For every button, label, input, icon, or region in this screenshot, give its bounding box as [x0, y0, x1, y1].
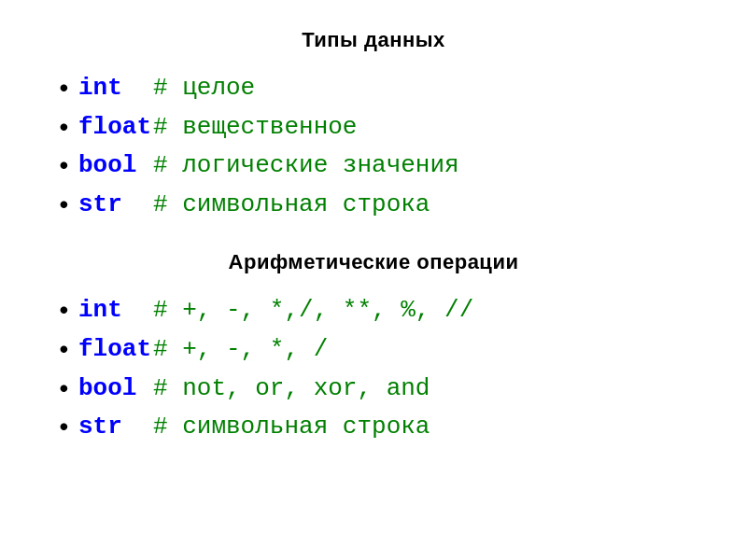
keyword-str: str — [78, 186, 153, 225]
section2-list: int # +, -, *,/, **, %, // float # +, -,… — [56, 291, 691, 446]
comment-str2: # символьная строка — [153, 408, 430, 447]
section2-title: Арифметические операции — [229, 250, 519, 274]
keyword-int2: int — [78, 291, 153, 330]
comment-float: # вещественное — [153, 108, 357, 147]
list-item: int # +, -, *,/, **, %, // — [56, 291, 691, 330]
comment-bool2: # not, or, xor, and — [153, 370, 430, 409]
list-item: str # символьная строка — [56, 408, 691, 447]
list-item: float # +, -, *, / — [56, 330, 691, 370]
list-item: bool # логические значения — [56, 147, 691, 186]
keyword-float: float — [78, 108, 153, 147]
comment-bool: # логические значения — [153, 147, 459, 186]
comment-str: # символьная строка — [153, 186, 430, 225]
keyword-float2: float — [78, 330, 153, 370]
section1-list: int # целое float # вещественное bool # … — [56, 69, 691, 224]
keyword-bool: bool — [78, 147, 153, 186]
comment-int2: # +, -, *,/, **, %, // — [153, 291, 473, 330]
comment-float2: # +, -, *, / — [153, 330, 328, 370]
section1-title: Типы данных — [302, 28, 445, 52]
list-item: bool # not, or, xor, and — [56, 370, 691, 409]
keyword-str2: str — [78, 408, 153, 447]
list-item: float # вещественное — [56, 108, 691, 147]
keyword-bool2: bool — [78, 370, 153, 409]
keyword-int: int — [78, 69, 153, 108]
list-item: int # целое — [56, 69, 691, 108]
comment-int: # целое — [153, 69, 255, 108]
list-item: str # символьная строка — [56, 186, 691, 225]
